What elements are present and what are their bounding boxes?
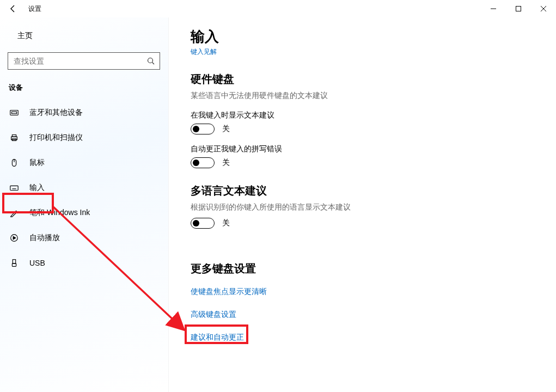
window-title: 设置 <box>26 4 41 14</box>
toggle-autocorrect[interactable] <box>191 157 215 168</box>
mouse-icon <box>9 157 20 168</box>
home-link[interactable]: 主页 <box>0 26 168 46</box>
link-advanced-keyboard[interactable]: 高级键盘设置 <box>191 310 556 320</box>
opt2-label: 自动更正我键入的拼写错误 <box>191 144 556 154</box>
sidebar-item-label: 蓝牙和其他设备 <box>29 108 83 118</box>
svg-rect-11 <box>10 186 18 190</box>
sidebar-item-printers[interactable]: 打印机和扫描仪 <box>0 125 168 150</box>
sidebar-item-label: 笔和 Windows Ink <box>29 208 90 218</box>
link-suggestions-autocorrect[interactable]: 建议和自动更正 <box>191 333 556 342</box>
typing-insights-link[interactable]: 键入见解 <box>191 47 217 57</box>
sidebar-item-label: 打印机和扫描仪 <box>29 133 83 143</box>
sidebar-item-pen[interactable]: 笔和 Windows Ink <box>0 200 168 225</box>
svg-line-3 <box>152 63 155 65</box>
usb-icon <box>9 258 20 268</box>
home-label: 主页 <box>17 31 33 41</box>
sidebar-item-bluetooth[interactable]: 蓝牙和其他设备 <box>0 100 168 125</box>
sidebar-item-usb[interactable]: USB <box>0 250 168 275</box>
autoplay-icon <box>9 232 20 243</box>
device-icon <box>9 107 20 118</box>
sidebar-item-label: 鼠标 <box>29 158 45 168</box>
titlebar: 设置 <box>0 0 556 17</box>
sidebar-group-label: 设备 <box>0 78 168 100</box>
opt1-label: 在我键入时显示文本建议 <box>191 111 556 120</box>
close-button[interactable] <box>531 0 556 17</box>
toggle-state-text: 关 <box>222 124 230 134</box>
back-button[interactable] <box>0 0 26 17</box>
nav-list: 蓝牙和其他设备 打印机和扫描仪 鼠标 输入 笔和 Windows Ink 自动播… <box>0 100 168 275</box>
sidebar: 主页 设备 蓝牙和其他设备 打印机和扫描仪 鼠标 <box>0 17 169 392</box>
svg-rect-1 <box>516 7 521 11</box>
keyboard-icon <box>9 182 20 193</box>
toggle-state-text: 关 <box>222 218 230 228</box>
svg-rect-7 <box>12 135 16 137</box>
search-input[interactable] <box>8 57 142 65</box>
section-heading: 多语言文本建议 <box>191 183 556 198</box>
section-subtext: 某些语言中无法使用硬件键盘的文本建议 <box>191 91 556 101</box>
sidebar-item-label: USB <box>29 259 45 267</box>
content-area: 输入 键入见解 硬件键盘 某些语言中无法使用硬件键盘的文本建议 在我键入时显示文… <box>169 17 556 392</box>
sidebar-item-typing[interactable]: 输入 <box>0 175 168 200</box>
sidebar-item-label: 自动播放 <box>29 233 60 243</box>
search-box[interactable] <box>8 52 160 70</box>
section-heading: 硬件键盘 <box>191 72 556 87</box>
section-subtext: 根据识别到的你键入所使用的语言显示文本建议 <box>191 203 556 212</box>
svg-point-2 <box>148 58 153 63</box>
search-icon <box>142 53 160 69</box>
pen-icon <box>9 207 20 218</box>
svg-rect-19 <box>12 264 16 266</box>
toggle-suggestions[interactable] <box>191 124 215 134</box>
link-focus-visibility[interactable]: 使键盘焦点显示更清晰 <box>191 287 556 297</box>
sidebar-item-autoplay[interactable]: 自动播放 <box>0 225 168 250</box>
printer-icon <box>9 132 20 143</box>
sidebar-item-mouse[interactable]: 鼠标 <box>0 150 168 175</box>
svg-rect-18 <box>13 260 15 264</box>
section-more-keyboard: 更多键盘设置 使键盘焦点显示更清晰 高级键盘设置 建议和自动更正 <box>191 261 556 342</box>
section-heading: 更多键盘设置 <box>191 261 556 276</box>
minimize-button[interactable] <box>481 0 506 17</box>
sidebar-item-label: 输入 <box>29 183 45 193</box>
section-hardware-keyboard: 硬件键盘 某些语言中无法使用硬件键盘的文本建议 在我键入时显示文本建议 关 自动… <box>191 72 556 168</box>
maximize-button[interactable] <box>506 0 531 17</box>
svg-rect-5 <box>12 112 17 114</box>
section-multilang: 多语言文本建议 根据识别到的你键入所使用的语言显示文本建议 关 <box>191 183 556 229</box>
toggle-state-text: 关 <box>222 158 230 168</box>
toggle-multilang[interactable] <box>191 218 215 229</box>
page-title: 输入 <box>191 27 556 46</box>
